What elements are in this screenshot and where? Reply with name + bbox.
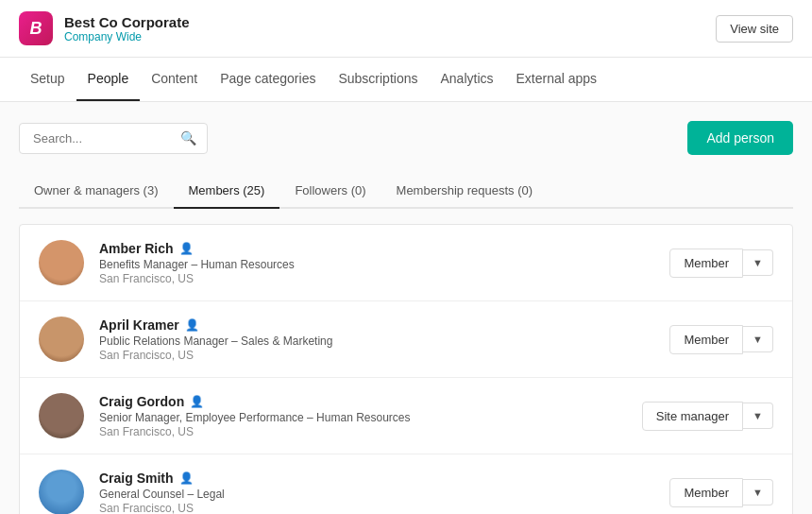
nav-item-people[interactable]: People: [76, 58, 141, 101]
nav-item-external-apps[interactable]: External apps: [505, 58, 609, 101]
person-row: April Kramer 👤 Public Relations Manager …: [20, 301, 792, 378]
tabs: Owner & managers (3) Members (25) Follow…: [19, 174, 793, 209]
person-info: Craig Smith 👤 General Counsel – Legal Sa…: [99, 471, 669, 515]
content-area: 🔍 Add person Owner & managers (3) Member…: [0, 102, 812, 514]
role-button[interactable]: Member: [669, 478, 743, 507]
person-name: Craig Smith 👤: [99, 471, 669, 486]
person-actions: Member ▼: [669, 248, 773, 278]
search-input[interactable]: [29, 124, 180, 153]
search-box: 🔍: [19, 123, 208, 154]
main-nav: Setup People Content Page categories Sub…: [0, 58, 812, 102]
tab-membership-requests[interactable]: Membership requests (0): [381, 174, 549, 209]
person-role: Benefits Manager – Human Resources: [99, 258, 669, 271]
role-button[interactable]: Site manager: [642, 402, 743, 431]
avatar: [39, 470, 84, 514]
person-info: Craig Gordon 👤 Senior Manager, Employee …: [99, 394, 642, 438]
tab-followers[interactable]: Followers (0): [279, 174, 381, 209]
app-container: B Best Co Corporate Company Wide View si…: [0, 0, 812, 514]
person-location: San Francisco, US: [99, 349, 669, 362]
person-name: Amber Rich 👤: [99, 241, 669, 256]
person-location: San Francisco, US: [99, 425, 642, 438]
person-info: April Kramer 👤 Public Relations Manager …: [99, 317, 669, 362]
person-role: Public Relations Manager – Sales & Marke…: [99, 334, 669, 348]
company-sub: Company Wide: [64, 30, 716, 43]
person-row: Amber Rich 👤 Benefits Manager – Human Re…: [20, 225, 792, 301]
avatar: [39, 317, 84, 362]
company-name: Best Co Corporate: [64, 14, 716, 30]
person-name: Craig Gordon 👤: [99, 394, 642, 409]
role-dropdown-button[interactable]: ▼: [743, 326, 773, 352]
nav-item-subscriptions[interactable]: Subscriptions: [327, 58, 429, 101]
person-actions: Site manager ▼: [642, 402, 773, 431]
tab-owners[interactable]: Owner & managers (3): [19, 174, 174, 209]
tab-members[interactable]: Members (25): [174, 174, 280, 209]
person-name: April Kramer 👤: [99, 317, 669, 333]
person-actions: Member ▼: [669, 325, 773, 354]
search-icon: 🔍: [180, 130, 196, 146]
people-list: Amber Rich 👤 Benefits Manager – Human Re…: [19, 224, 793, 514]
header: B Best Co Corporate Company Wide View si…: [0, 0, 812, 58]
person-icon: 👤: [179, 471, 194, 485]
person-role: General Counsel – Legal: [99, 488, 669, 501]
role-dropdown-button[interactable]: ▼: [743, 249, 773, 276]
nav-item-setup[interactable]: Setup: [19, 58, 76, 101]
person-actions: Member ▼: [669, 478, 773, 507]
header-title: Best Co Corporate Company Wide: [64, 14, 716, 43]
person-role: Senior Manager, Employee Performance – H…: [99, 411, 642, 424]
add-person-button[interactable]: Add person: [687, 121, 793, 155]
logo-mark: B: [19, 11, 53, 45]
avatar: [39, 240, 84, 285]
nav-item-analytics[interactable]: Analytics: [429, 58, 504, 101]
nav-item-page-categories[interactable]: Page categories: [209, 58, 327, 101]
role-dropdown-button[interactable]: ▼: [743, 479, 773, 505]
toolbar: 🔍 Add person: [19, 121, 793, 155]
nav-item-content[interactable]: Content: [140, 58, 209, 101]
person-icon: 👤: [190, 395, 204, 408]
person-location: San Francisco, US: [99, 502, 669, 515]
person-info: Amber Rich 👤 Benefits Manager – Human Re…: [99, 241, 669, 285]
person-icon: 👤: [179, 242, 194, 255]
person-row: Craig Gordon 👤 Senior Manager, Employee …: [20, 378, 792, 454]
person-location: San Francisco, US: [99, 272, 669, 285]
person-row: Craig Smith 👤 General Counsel – Legal Sa…: [20, 454, 792, 514]
person-icon: 👤: [185, 318, 199, 332]
role-dropdown-button[interactable]: ▼: [743, 403, 773, 429]
role-button[interactable]: Member: [669, 325, 743, 354]
role-button[interactable]: Member: [669, 248, 743, 278]
view-site-button[interactable]: View site: [716, 15, 793, 43]
avatar: [39, 393, 84, 438]
